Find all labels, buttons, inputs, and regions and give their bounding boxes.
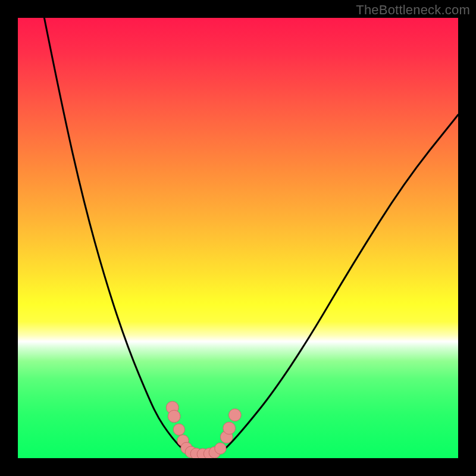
data-marker bbox=[223, 422, 236, 434]
chart-frame: TheBottleneck.com bbox=[0, 0, 476, 476]
marker-group bbox=[166, 402, 241, 458]
data-marker bbox=[173, 424, 184, 435]
curve-group bbox=[44, 18, 458, 455]
data-marker bbox=[168, 410, 180, 422]
plot-area bbox=[18, 18, 458, 458]
bottleneck-curve bbox=[44, 18, 458, 455]
attribution-label: TheBottleneck.com bbox=[356, 2, 470, 18]
data-marker bbox=[228, 409, 241, 421]
chart-svg bbox=[18, 18, 458, 458]
data-marker bbox=[215, 443, 226, 454]
